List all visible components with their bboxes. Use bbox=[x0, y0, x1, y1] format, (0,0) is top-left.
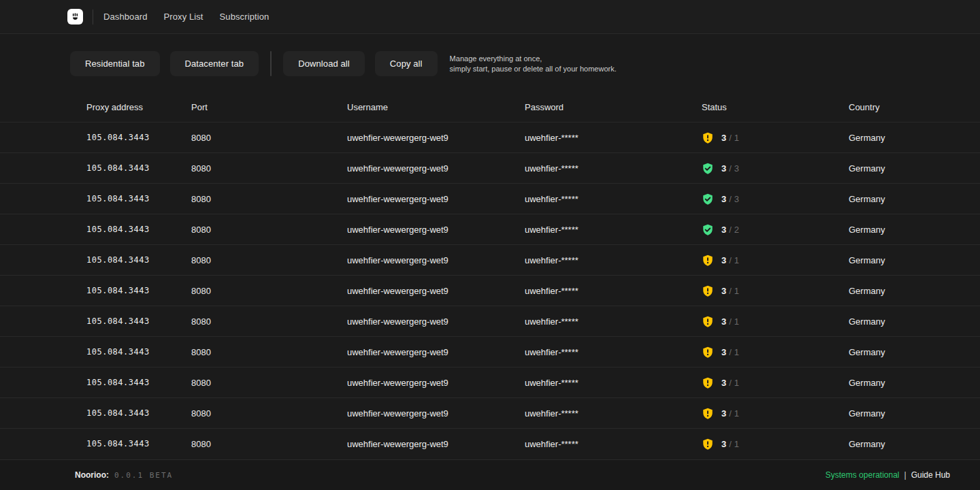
cell-proxy-address: 105.084.3443 bbox=[86, 316, 191, 326]
ok-shield-icon bbox=[702, 223, 714, 236]
cell-username: uwehfier-wewergerg-wet9 bbox=[347, 439, 525, 449]
residential-tab-button[interactable]: Residential tab bbox=[70, 51, 160, 76]
cell-status: 3 / 3 bbox=[702, 162, 849, 175]
proxy-table: Proxy address Port Username Password Sta… bbox=[0, 92, 980, 459]
warning-shield-icon bbox=[702, 131, 714, 144]
warning-shield-icon bbox=[702, 315, 714, 328]
cell-username: uwehfier-wewergerg-wet9 bbox=[347, 133, 525, 143]
cell-port: 8080 bbox=[191, 255, 347, 265]
cell-password: uwehfier-***** bbox=[525, 347, 702, 357]
footer-brand: Noorioo: 0.0.1 BETA bbox=[75, 470, 173, 480]
app-logo[interactable] bbox=[67, 9, 83, 24]
cell-port: 8080 bbox=[191, 378, 347, 388]
cell-password: uwehfier-***** bbox=[525, 439, 702, 449]
cell-status: 3 / 1 bbox=[702, 131, 849, 144]
cell-username: uwehfier-wewergerg-wet9 bbox=[347, 255, 525, 265]
cell-status: 3 / 1 bbox=[702, 284, 849, 297]
hint-line-1: Manage everything at once, bbox=[450, 54, 617, 64]
column-header-username: Username bbox=[347, 102, 525, 112]
table-row: 105.084.3443 8080 uwehfier-wewergerg-wet… bbox=[0, 367, 980, 397]
ok-shield-icon bbox=[702, 223, 714, 236]
warning-shield-icon bbox=[702, 254, 714, 267]
column-header-status: Status bbox=[702, 102, 849, 112]
column-header-port: Port bbox=[191, 102, 347, 112]
cell-proxy-address: 105.084.3443 bbox=[86, 286, 191, 295]
warning-shield-icon bbox=[702, 131, 714, 144]
download-all-button[interactable]: Download all bbox=[283, 51, 365, 76]
table-row: 105.084.3443 8080 uwehfier-wewergerg-wet… bbox=[0, 152, 980, 183]
cell-username: uwehfier-wewergerg-wet9 bbox=[347, 408, 525, 419]
ok-shield-icon bbox=[702, 193, 714, 206]
toolbar-divider bbox=[270, 51, 272, 76]
ok-shield-icon bbox=[702, 162, 714, 175]
warning-shield-icon bbox=[702, 315, 714, 328]
table-row: 105.084.3443 8080 uwehfier-wewergerg-wet… bbox=[0, 244, 980, 275]
cell-proxy-address: 105.084.3443 bbox=[86, 439, 191, 448]
nav-item-subscription[interactable]: Subscription bbox=[220, 12, 270, 22]
cell-proxy-address: 105.084.3443 bbox=[86, 194, 191, 203]
app-version: 0.0.1 BETA bbox=[114, 471, 173, 480]
cell-country: Germany bbox=[849, 194, 980, 204]
datacenter-tab-button[interactable]: Datacenter tab bbox=[170, 51, 259, 76]
cell-status: 3 / 1 bbox=[702, 376, 849, 389]
systems-operational-link[interactable]: Systems operational bbox=[826, 470, 900, 480]
warning-shield-icon bbox=[702, 346, 714, 359]
table-row: 105.084.3443 8080 uwehfier-wewergerg-wet… bbox=[0, 214, 980, 244]
warning-shield-icon bbox=[702, 438, 714, 451]
cell-password: uwehfier-***** bbox=[525, 225, 702, 235]
cell-country: Germany bbox=[849, 439, 980, 449]
nav-divider bbox=[93, 10, 93, 24]
warning-shield-icon bbox=[702, 407, 714, 420]
table-body: 105.084.3443 8080 uwehfier-wewergerg-wet… bbox=[0, 122, 980, 459]
cell-status: 3 / 1 bbox=[702, 438, 849, 451]
cell-port: 8080 bbox=[191, 439, 347, 449]
cell-country: Germany bbox=[849, 316, 980, 327]
cell-country: Germany bbox=[849, 133, 980, 143]
cell-password: uwehfier-***** bbox=[525, 163, 702, 174]
footer: Noorioo: 0.0.1 BETA Systems operational … bbox=[0, 459, 980, 490]
ok-shield-icon bbox=[702, 193, 714, 206]
column-header-country: Country bbox=[849, 102, 980, 112]
cell-country: Germany bbox=[849, 225, 980, 235]
cell-password: uwehfier-***** bbox=[525, 194, 702, 204]
cell-username: uwehfier-wewergerg-wet9 bbox=[347, 163, 525, 174]
cell-password: uwehfier-***** bbox=[525, 255, 702, 265]
cell-username: uwehfier-wewergerg-wet9 bbox=[347, 347, 525, 357]
cell-status: 3 / 1 bbox=[702, 346, 849, 359]
table-row: 105.084.3443 8080 uwehfier-wewergerg-wet… bbox=[0, 428, 980, 459]
warning-shield-icon bbox=[702, 284, 714, 297]
nav-item-dashboard[interactable]: Dashboard bbox=[103, 12, 148, 22]
warning-shield-icon bbox=[702, 376, 714, 389]
table-row: 105.084.3443 8080 uwehfier-wewergerg-wet… bbox=[0, 397, 980, 428]
cell-username: uwehfier-wewergerg-wet9 bbox=[347, 378, 525, 388]
nav-item-proxy-list[interactable]: Proxy List bbox=[164, 12, 203, 22]
cell-country: Germany bbox=[849, 255, 980, 265]
cell-proxy-address: 105.084.3443 bbox=[86, 378, 191, 387]
guide-hub-link[interactable]: Guide Hub bbox=[911, 470, 950, 480]
cell-country: Germany bbox=[849, 378, 980, 388]
cell-port: 8080 bbox=[191, 225, 347, 235]
cell-port: 8080 bbox=[191, 163, 347, 174]
cell-port: 8080 bbox=[191, 347, 347, 357]
column-header-proxy-address: Proxy address bbox=[86, 102, 191, 112]
table-row: 105.084.3443 8080 uwehfier-wewergerg-wet… bbox=[0, 183, 980, 214]
cell-port: 8080 bbox=[191, 194, 347, 204]
cell-port: 8080 bbox=[191, 133, 347, 143]
cell-status: 3 / 2 bbox=[702, 223, 849, 236]
hint-line-2: simply start, pause or delete all of you… bbox=[450, 64, 617, 74]
cell-proxy-address: 105.084.3443 bbox=[86, 133, 191, 142]
cell-proxy-address: 105.084.3443 bbox=[86, 225, 191, 234]
ok-shield-icon bbox=[702, 162, 714, 175]
toolbar-hint-text: Manage everything at once, simply start,… bbox=[450, 54, 617, 74]
main-nav: Dashboard Proxy List Subscription bbox=[103, 12, 269, 22]
cell-password: uwehfier-***** bbox=[525, 408, 702, 419]
cell-username: uwehfier-wewergerg-wet9 bbox=[347, 316, 525, 327]
face-logo-icon bbox=[70, 12, 80, 22]
copy-all-button[interactable]: Copy all bbox=[375, 51, 438, 76]
top-navbar: Dashboard Proxy List Subscription bbox=[0, 0, 980, 34]
cell-password: uwehfier-***** bbox=[525, 378, 702, 388]
column-header-password: Password bbox=[525, 102, 702, 112]
table-row: 105.084.3443 8080 uwehfier-wewergerg-wet… bbox=[0, 306, 980, 336]
cell-country: Germany bbox=[849, 408, 980, 419]
cell-status: 3 / 1 bbox=[702, 315, 849, 328]
